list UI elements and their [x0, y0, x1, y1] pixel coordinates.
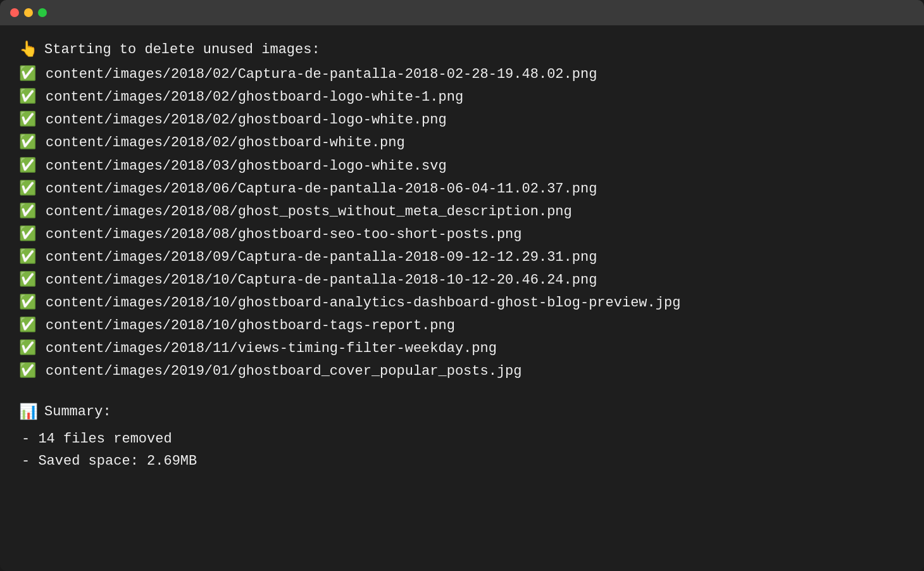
- checkmark-icon: ✅: [19, 361, 38, 382]
- summary-header: 📊 Summary:: [19, 401, 905, 424]
- checkmark-icon: ✅: [19, 315, 38, 337]
- list-item: ✅content/images/2018/02/ghostboard-logo-…: [19, 87, 905, 108]
- list-item: ✅content/images/2018/03/ghostboard-logo-…: [19, 156, 905, 177]
- list-item: ✅content/images/2018/10/ghostboard-tags-…: [19, 315, 905, 337]
- checkmark-icon: ✅: [19, 338, 38, 360]
- checkmark-icon: ✅: [19, 110, 38, 131]
- title-bar: [0, 0, 924, 25]
- file-path-text: content/images/2019/01/ghostboard_cover_…: [46, 361, 522, 382]
- files-removed: - 14 files removed: [22, 428, 905, 450]
- list-item: ✅content/images/2018/06/Captura-de-panta…: [19, 179, 905, 200]
- file-path-text: content/images/2018/06/Captura-de-pantal…: [46, 179, 597, 200]
- summary-section: 📊 Summary: - 14 files removed - Saved sp…: [19, 401, 905, 473]
- summary-label: Summary:: [44, 401, 111, 423]
- checkmark-icon: ✅: [19, 247, 38, 268]
- list-item: ✅content/images/2018/02/ghostboard-white…: [19, 132, 905, 154]
- file-path-text: content/images/2018/02/ghostboard-logo-w…: [46, 87, 463, 108]
- header-text: Starting to delete unused images:: [44, 39, 320, 61]
- saved-space: - Saved space: 2.69MB: [22, 450, 905, 472]
- list-item: ✅content/images/2018/10/Captura-de-panta…: [19, 270, 905, 291]
- header-emoji: 👆: [19, 38, 38, 61]
- maximize-button[interactable]: [38, 8, 47, 17]
- list-item: ✅content/images/2018/02/Captura-de-panta…: [19, 64, 905, 85]
- checkmark-icon: ✅: [19, 292, 38, 314]
- minimize-button[interactable]: [24, 8, 33, 17]
- checkmark-icon: ✅: [19, 87, 38, 108]
- list-item: ✅content/images/2019/01/ghostboard_cover…: [19, 361, 905, 382]
- terminal-window: 👆 Starting to delete unused images: ✅con…: [0, 0, 924, 571]
- list-item: ✅content/images/2018/11/views-timing-fil…: [19, 338, 905, 360]
- header-line: 👆 Starting to delete unused images:: [19, 38, 905, 61]
- list-item: ✅content/images/2018/08/ghost_posts_with…: [19, 201, 905, 223]
- terminal-content: 👆 Starting to delete unused images: ✅con…: [0, 25, 924, 571]
- list-item: ✅content/images/2018/10/ghostboard-analy…: [19, 292, 905, 314]
- file-path-text: content/images/2018/11/views-timing-filt…: [46, 338, 497, 360]
- checkmark-icon: ✅: [19, 132, 38, 154]
- file-path-text: content/images/2018/10/Captura-de-pantal…: [46, 270, 597, 291]
- file-path-text: content/images/2018/08/ghost_posts_witho…: [46, 201, 572, 223]
- checkmark-icon: ✅: [19, 224, 38, 246]
- file-path-text: content/images/2018/10/ghostboard-tags-r…: [46, 315, 455, 337]
- file-path-text: content/images/2018/02/Captura-de-pantal…: [46, 64, 597, 85]
- checkmark-icon: ✅: [19, 156, 38, 177]
- checkmark-icon: ✅: [19, 179, 38, 200]
- file-list: ✅content/images/2018/02/Captura-de-panta…: [19, 64, 905, 382]
- file-path-text: content/images/2018/02/ghostboard-logo-w…: [46, 110, 447, 131]
- list-item: ✅content/images/2018/09/Captura-de-panta…: [19, 247, 905, 268]
- file-path-text: content/images/2018/03/ghostboard-logo-w…: [46, 156, 447, 177]
- file-path-text: content/images/2018/09/Captura-de-pantal…: [46, 247, 597, 268]
- list-item: ✅content/images/2018/02/ghostboard-logo-…: [19, 110, 905, 131]
- checkmark-icon: ✅: [19, 64, 38, 85]
- file-path-text: content/images/2018/08/ghostboard-seo-to…: [46, 224, 522, 246]
- file-path-text: content/images/2018/10/ghostboard-analyt…: [46, 292, 680, 314]
- summary-emoji: 📊: [19, 401, 38, 424]
- file-path-text: content/images/2018/02/ghostboard-white.…: [46, 132, 405, 154]
- close-button[interactable]: [10, 8, 19, 17]
- list-item: ✅content/images/2018/08/ghostboard-seo-t…: [19, 224, 905, 246]
- checkmark-icon: ✅: [19, 270, 38, 291]
- checkmark-icon: ✅: [19, 201, 38, 223]
